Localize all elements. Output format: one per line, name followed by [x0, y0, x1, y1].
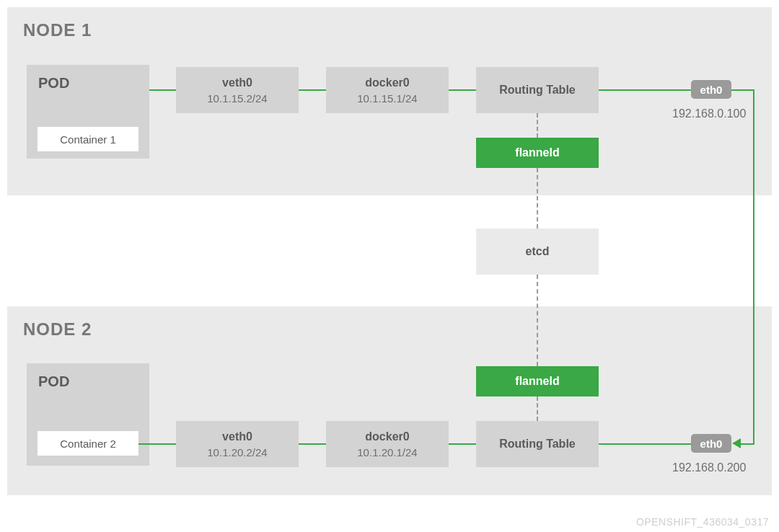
node-2-docker: docker0 10.1.20.1/24 [326, 421, 449, 467]
dash-n1-routing-flanneld [537, 113, 538, 138]
loop-bottom-h [740, 443, 754, 445]
loop-arrow-icon [732, 438, 741, 448]
watermark: OPENSHIFT_436034_0317 [636, 516, 769, 528]
conn-n2-container-veth [138, 443, 176, 445]
node-1-veth: veth0 10.1.15.2/24 [176, 67, 299, 113]
node-1-flanneld: flanneld [476, 138, 599, 168]
node-2-routing-label: Routing Table [499, 438, 575, 451]
loop-right-v [753, 89, 754, 445]
conn-n1-pod-veth [149, 89, 176, 91]
loop-top-h [731, 89, 754, 91]
node-2-veth-name: veth0 [222, 430, 252, 443]
node-2-pod-label: POD [27, 363, 149, 390]
conn-n1-docker-routing [449, 89, 476, 91]
conn-n1-routing-eth [599, 89, 691, 91]
dash-n2-flanneld-routing [537, 396, 538, 421]
node-1-veth-name: veth0 [222, 76, 252, 89]
node-1-docker-cidr: 10.1.15.1/24 [357, 92, 417, 105]
node-2-veth-cidr: 10.1.20.2/24 [207, 446, 267, 458]
node-1-routing-label: Routing Table [499, 84, 575, 97]
diagram-stage: NODE 1 NODE 2 POD Container 1 veth0 10.1… [0, 0, 779, 532]
node-2-routing-table: Routing Table [476, 421, 599, 467]
node-1-routing-table: Routing Table [476, 67, 599, 113]
node-2-docker-cidr: 10.1.20.1/24 [357, 446, 417, 458]
node-2-eth0-ip: 192.168.0.200 [672, 461, 746, 474]
dash-n1-flanneld-etcd [537, 168, 538, 229]
node-2-veth: veth0 10.1.20.2/24 [176, 421, 299, 467]
etcd-box: etcd [476, 229, 599, 275]
conn-n2-veth-docker [299, 443, 326, 445]
node-1-veth-cidr: 10.1.15.2/24 [207, 92, 267, 105]
node-1-title: NODE 1 [23, 20, 756, 40]
node-1-docker-name: docker0 [365, 76, 409, 89]
node-2-eth0-tag: eth0 [691, 434, 731, 453]
conn-n2-routing-eth [599, 443, 691, 445]
node-1-pod-label: POD [27, 65, 149, 92]
node-2-title: NODE 2 [23, 319, 756, 340]
dash-etcd-n2-flanneld [537, 275, 538, 366]
node-1-eth0-ip: 192.168.0.100 [672, 107, 746, 120]
conn-n2-docker-routing [449, 443, 476, 445]
node-2-container: Container 2 [38, 431, 138, 456]
node-1-container: Container 1 [38, 127, 138, 151]
node-1-docker: docker0 10.1.15.1/24 [326, 67, 449, 113]
node-2-docker-name: docker0 [365, 430, 409, 443]
conn-n1-veth-docker [299, 89, 326, 91]
node-1-eth0-tag: eth0 [691, 80, 731, 99]
node-2-flanneld: flanneld [476, 366, 599, 396]
